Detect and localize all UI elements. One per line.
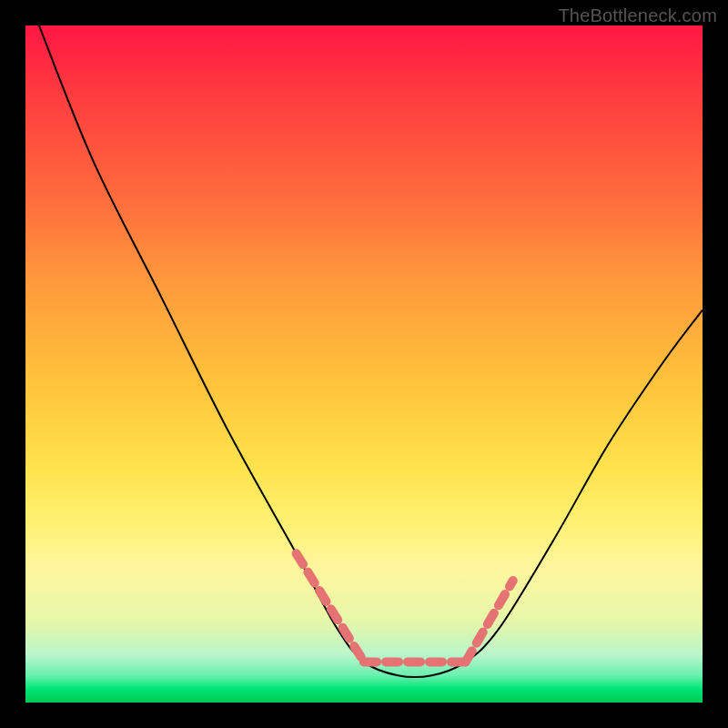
dashed-segment-right bbox=[466, 581, 513, 662]
main-curve bbox=[39, 25, 703, 677]
chart-stage: TheBottleneck.com bbox=[0, 0, 728, 728]
dashed-segment-left bbox=[297, 553, 364, 662]
chart-svg bbox=[25, 25, 703, 703]
plot-area bbox=[25, 25, 703, 703]
watermark-text: TheBottleneck.com bbox=[558, 5, 717, 26]
